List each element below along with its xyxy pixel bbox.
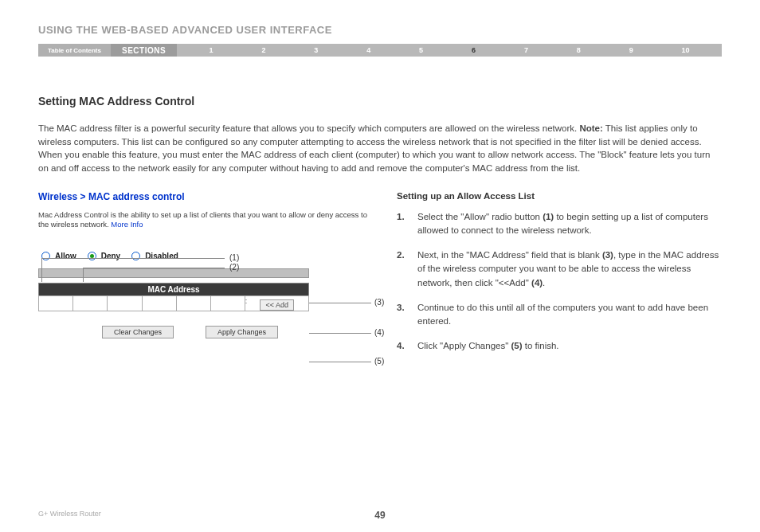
chapter-title: USING THE WEB-BASED ADVANCED USER INTERF… (38, 24, 722, 36)
mac-header: MAC Address (39, 284, 309, 296)
page-footer: G+ Wireless Router 49 (38, 510, 722, 518)
apply-changes-button[interactable]: Apply Changes (206, 326, 278, 338)
step-1-ref: (1) (543, 212, 554, 221)
step-2-pre: Next, in the "MAC Address" field that is… (417, 250, 602, 260)
more-info-link[interactable]: More Info (111, 220, 143, 229)
radio-group: Allow Deny Disabled (41, 252, 373, 260)
add-button[interactable]: << Add (260, 299, 294, 311)
step-4-post: to finish. (523, 341, 559, 350)
callout-5: (5) (374, 357, 384, 366)
step-3: 3. Continue to do this until all of the … (397, 301, 722, 329)
clear-changes-button[interactable]: Clear Changes (102, 326, 174, 338)
callout-1: (1) (229, 253, 239, 262)
note-label: Note: (579, 123, 602, 133)
mac-octet-4[interactable] (142, 296, 176, 311)
radio-allow[interactable] (41, 252, 50, 260)
step-2-post: . (543, 278, 545, 288)
mac-octet-2[interactable] (73, 296, 108, 311)
allow-list-heading: Setting up an Allow Access List (397, 191, 722, 201)
nav-toc[interactable]: Table of Contents (38, 44, 111, 57)
mac-address-table: MAC Address << Add (38, 283, 309, 311)
mac-octet-5[interactable] (176, 296, 210, 311)
nav-sections-label: SECTIONS (111, 44, 177, 57)
grey-bar (38, 268, 309, 278)
nav-num-1[interactable]: 1 (210, 46, 214, 54)
step-2: 2. Next, in the "MAC Address" field that… (397, 248, 722, 290)
nav-num-10[interactable]: 10 (682, 46, 690, 54)
callout-2: (2) (229, 263, 239, 272)
nav-num-3[interactable]: 3 (314, 46, 318, 54)
mac-octet-1[interactable] (39, 296, 73, 311)
mac-octet-6[interactable] (211, 296, 245, 311)
step-num-2: 2. (397, 248, 417, 290)
section-nav: Table of Contents SECTIONS 1 2 3 4 5 6 7… (38, 44, 722, 57)
radio-allow-label: Allow (55, 252, 76, 260)
callout-3: (3) (374, 298, 384, 307)
step-num-1: 1. (397, 210, 417, 238)
nav-numbers: 1 2 3 4 5 6 7 8 9 10 (177, 44, 722, 57)
nav-num-2[interactable]: 2 (261, 46, 265, 54)
mac-input-row: << Add (39, 296, 309, 311)
ui-description: Mac Address Control is the ability to se… (38, 210, 373, 230)
radio-deny[interactable] (88, 252, 96, 260)
section-title: Setting MAC Address Control (38, 95, 722, 108)
step-4-pre: Click "Apply Changes" (417, 341, 511, 350)
nav-num-8[interactable]: 8 (577, 46, 581, 54)
step-2-ref: (3) (602, 250, 613, 260)
nav-num-7[interactable]: 7 (524, 46, 528, 54)
step-num-4: 4. (397, 339, 417, 353)
step-2-ref2: (4) (531, 278, 543, 288)
radio-disabled-label: Disabled (145, 252, 178, 260)
callout-4: (4) (374, 328, 384, 337)
step-4-ref: (5) (511, 341, 522, 350)
nav-num-9[interactable]: 9 (629, 46, 633, 54)
radio-disabled[interactable] (131, 252, 140, 260)
ui-breadcrumb: Wireless > MAC address control (38, 191, 373, 202)
step-3-text: Continue to do this until all of the com… (417, 301, 722, 329)
page-number: 49 (374, 510, 385, 521)
steps-list: 1. Select the "Allow" radio button (1) t… (397, 210, 722, 354)
step-4: 4. Click "Apply Changes" (5) to finish. (397, 339, 722, 353)
footer-product: G+ Wireless Router (38, 510, 101, 518)
step-1: 1. Select the "Allow" radio button (1) t… (397, 210, 722, 238)
intro-paragraph: The MAC address filter is a powerful sec… (38, 122, 722, 175)
nav-num-4[interactable]: 4 (366, 46, 370, 54)
step-1-pre: Select the "Allow" radio button (417, 212, 543, 221)
nav-num-5[interactable]: 5 (419, 46, 423, 54)
intro-pre: The MAC address filter is a powerful sec… (38, 123, 579, 133)
radio-deny-label: Deny (101, 252, 120, 260)
mac-octet-3[interactable] (108, 296, 142, 311)
ui-desc-text: Mac Address Control is the ability to se… (38, 210, 367, 229)
step-num-3: 3. (397, 301, 417, 329)
nav-num-6[interactable]: 6 (472, 46, 476, 54)
